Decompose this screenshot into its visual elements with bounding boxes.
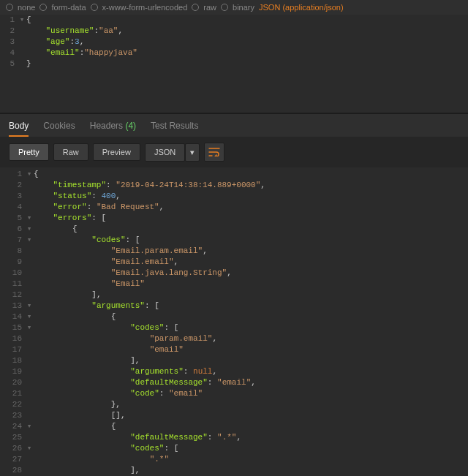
response-controls: Pretty Raw Preview JSON ▾ bbox=[0, 137, 468, 167]
code-line: 4 "error": "Bad Request", bbox=[0, 202, 468, 213]
code-line: 3 "status": 400, bbox=[0, 191, 468, 202]
code-line: 19 "arguments": null, bbox=[0, 366, 468, 377]
code-line: 5▾ "errors": [ bbox=[0, 213, 468, 224]
radio-urlencoded[interactable] bbox=[91, 4, 98, 11]
radio-raw[interactable] bbox=[192, 4, 199, 11]
code-line: 2 "timestamp": "2019-04-24T14:38:14.889+… bbox=[0, 180, 468, 191]
code-line: 8 "Email.param.email", bbox=[0, 246, 468, 257]
tab-cookies[interactable]: Cookies bbox=[43, 115, 75, 137]
content-type-select[interactable]: JSON (application/json) bbox=[259, 3, 344, 12]
code-line: 27 ".*" bbox=[0, 454, 468, 465]
raw-button[interactable]: Raw bbox=[53, 143, 88, 161]
code-line: 1▾{ bbox=[0, 169, 468, 180]
code-line: 26▾ "codes": [ bbox=[0, 443, 468, 454]
code-line: 17 "email" bbox=[0, 344, 468, 355]
code-line: 10 "Email.java.lang.String", bbox=[0, 268, 468, 279]
tab-headers-label: Headers bbox=[90, 121, 123, 131]
request-body-editor[interactable]: 1▾{2 "username":"aa",3 "age":3,4 "email"… bbox=[0, 15, 468, 69]
opt-formdata[interactable]: form-data bbox=[51, 3, 86, 12]
code-line: 28 ], bbox=[0, 465, 468, 476]
body-type-row: none form-data x-www-form-urlencoded raw… bbox=[0, 0, 468, 15]
format-select[interactable]: JSON ▾ bbox=[145, 143, 200, 162]
opt-raw[interactable]: raw bbox=[203, 3, 216, 12]
code-line: 15▾ "codes": [ bbox=[0, 322, 468, 333]
format-label: JSON bbox=[145, 143, 185, 162]
opt-urlencoded[interactable]: x-www-form-urlencoded bbox=[102, 3, 188, 12]
code-line: 22 }, bbox=[0, 399, 468, 410]
code-line: 11 "Email" bbox=[0, 279, 468, 290]
code-line: 16 "param.email", bbox=[0, 333, 468, 344]
tab-body[interactable]: Body bbox=[9, 115, 29, 137]
code-line: 23 [], bbox=[0, 410, 468, 421]
tab-headers[interactable]: Headers (4) bbox=[90, 115, 136, 137]
radio-formdata[interactable] bbox=[39, 4, 47, 11]
tab-tests[interactable]: Test Results bbox=[151, 115, 198, 137]
code-line: 3 "age":3, bbox=[0, 37, 468, 48]
chevron-down-icon: ▾ bbox=[185, 143, 200, 162]
opt-binary[interactable]: binary bbox=[233, 3, 254, 12]
code-line: 1▾{ bbox=[0, 15, 468, 26]
preview-button[interactable]: Preview bbox=[93, 143, 140, 161]
response-tabs: Body Cookies Headers (4) Test Results bbox=[0, 113, 468, 137]
code-line: 13▾ "arguments": [ bbox=[0, 301, 468, 311]
code-line: 9 "Email.email", bbox=[0, 257, 468, 268]
code-line: 18 ], bbox=[0, 355, 468, 366]
code-line: 20 "defaultMessage": "email", bbox=[0, 377, 468, 388]
code-line: 4 "email":"happyjava" bbox=[0, 48, 468, 58]
code-line: 5} bbox=[0, 58, 468, 69]
editor-filler bbox=[0, 69, 468, 113]
radio-binary[interactable] bbox=[221, 4, 228, 11]
code-line: 12 ], bbox=[0, 290, 468, 301]
code-line: 24▾ { bbox=[0, 421, 468, 432]
radio-none[interactable] bbox=[6, 4, 13, 11]
pretty-button[interactable]: Pretty bbox=[9, 143, 49, 161]
code-line: 25 "defaultMessage": ".*", bbox=[0, 432, 468, 443]
code-line: 7▾ "codes": [ bbox=[0, 235, 468, 246]
tab-headers-count: (4) bbox=[125, 121, 136, 131]
code-line: 14▾ { bbox=[0, 311, 468, 322]
code-line: 21 "code": "email" bbox=[0, 388, 468, 399]
response-body-viewer[interactable]: 1▾{2 "timestamp": "2019-04-24T14:38:14.8… bbox=[0, 167, 468, 476]
opt-none[interactable]: none bbox=[18, 3, 35, 12]
code-line: 6▾ { bbox=[0, 224, 468, 235]
wrap-icon[interactable] bbox=[204, 143, 224, 162]
code-line: 2 "username":"aa", bbox=[0, 26, 468, 37]
